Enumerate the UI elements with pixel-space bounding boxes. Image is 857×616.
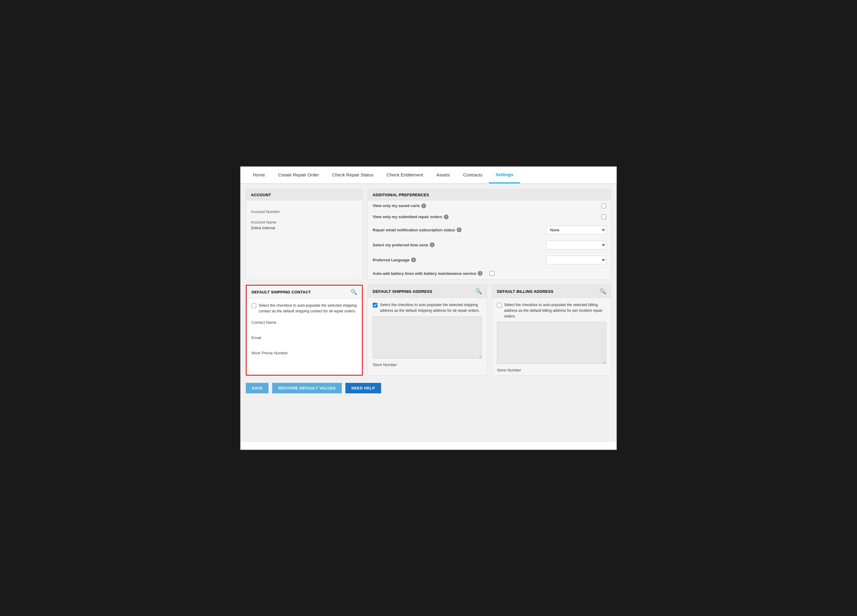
info-icon-saved-carts[interactable]: i [421, 203, 426, 208]
top-section: ACCOUNT Account Number Account Name Zebr… [246, 189, 611, 280]
pref-email-notification-label: Repair email notification subscription s… [373, 228, 543, 232]
info-icon-battery[interactable]: i [478, 271, 483, 276]
default-shipping-contact-panel: DEFAULT SHIPPING CONTACT 🔍 Select the ch… [246, 285, 363, 376]
contact-name-label: Contact Name [251, 320, 357, 325]
pref-battery-control [490, 271, 495, 276]
shipping-store-number-label: Store Number [368, 359, 487, 370]
shipping-contact-search-icon[interactable]: 🔍 [351, 289, 357, 295]
pref-language-label: Preferred Language i [373, 257, 543, 262]
main-content: ACCOUNT Account Number Account Name Zebr… [240, 184, 617, 442]
default-shipping-address-panel: DEFAULT SHIPPING ADDRESS 🔍 Select the ch… [368, 285, 487, 376]
shipping-address-header: DEFAULT SHIPPING ADDRESS 🔍 [368, 285, 487, 298]
info-icon-language[interactable]: i [411, 257, 416, 262]
default-billing-address-panel: DEFAULT BILLING ADDRESS 🔍 Select the che… [492, 285, 611, 376]
language-select[interactable] [546, 255, 606, 264]
shipping-address-checkbox[interactable] [373, 303, 377, 308]
nav-bar: Home Create Repair Order Check Repair St… [240, 167, 617, 184]
billing-address-textarea[interactable] [497, 322, 606, 364]
submitted-orders-checkbox[interactable] [601, 215, 606, 219]
pref-saved-carts-control [601, 203, 606, 208]
additional-prefs-header: ADDITIONAL PREFERENCES [368, 190, 611, 200]
bottom-section: DEFAULT SHIPPING CONTACT 🔍 Select the ch… [246, 285, 611, 376]
pref-row-email-notification: Repair email notification subscription s… [368, 223, 611, 238]
nav-item-check-entitlement[interactable]: Check Entitlement [380, 167, 430, 183]
account-panel: ACCOUNT Account Number Account Name Zebr… [246, 189, 363, 280]
info-icon-timezone[interactable]: i [430, 243, 435, 247]
pref-battery-label: Auto-add battery lines with battery main… [373, 271, 487, 277]
billing-store-number-label: Store Number [492, 365, 611, 375]
shipping-contact-header: DEFAULT SHIPPING CONTACT 🔍 [247, 286, 362, 299]
shipping-address-checkbox-row: Select the checkbox to auto-populate the… [368, 298, 487, 317]
billing-address-checkbox-label: Select the checkbox to auto-populate the… [504, 302, 606, 319]
pref-timezone-control [546, 241, 606, 249]
pref-row-submitted-orders: View only my submitted repair orders i [368, 212, 611, 223]
pref-row-saved-carts: View only my saved carts i [368, 200, 611, 212]
nav-item-create-repair-order[interactable]: Create Repair Order [272, 167, 326, 183]
shipping-contact-checkbox-label: Select the checkbox to auto-populate the… [259, 303, 357, 314]
email-notification-select[interactable]: None All Custom [546, 226, 606, 234]
shipping-address-search-icon[interactable]: 🔍 [475, 288, 482, 295]
help-button[interactable]: NEED HELP [345, 383, 381, 393]
pref-row-timezone: Select my preferred time zone i [368, 238, 611, 253]
phone-field: Work Phone Number [247, 348, 362, 363]
account-panel-header: ACCOUNT [246, 190, 362, 200]
email-label: Email [251, 336, 357, 340]
nav-item-contracts[interactable]: Contracts [456, 167, 489, 183]
pref-language-control [546, 255, 606, 264]
pref-email-notification-control: None All Custom [546, 226, 606, 234]
billing-address-checkbox-row: Select the checkbox to auto-populate the… [492, 298, 611, 322]
button-row: SAVE RESTORE DEFAULT VALUES NEED HELP [246, 382, 611, 396]
pref-submitted-orders-control [601, 215, 606, 219]
account-number-label: Account Number [251, 209, 358, 214]
info-icon-email-notification[interactable]: i [457, 228, 461, 232]
shipping-address-textarea[interactable] [373, 317, 482, 359]
pref-row-battery: Auto-add battery lines with battery main… [368, 268, 611, 280]
shipping-address-checkbox-label: Select the checkbox to auto-populate the… [380, 302, 482, 314]
save-button[interactable]: SAVE [246, 383, 269, 393]
restore-button[interactable]: RESTORE DEFAULT VALUES [272, 383, 342, 393]
app-wrapper: Home Create Repair Order Check Repair St… [240, 166, 617, 451]
phone-label: Work Phone Number [251, 351, 357, 355]
billing-address-checkbox[interactable] [497, 303, 502, 308]
nav-item-home[interactable]: Home [246, 167, 272, 183]
account-name-label: Account Name [251, 220, 358, 224]
info-icon-submitted-orders[interactable]: i [444, 215, 449, 219]
nav-item-assets[interactable]: Assets [430, 167, 456, 183]
account-panel-body: Account Number Account Name Zebra Intern… [246, 200, 362, 236]
billing-address-search-icon[interactable]: 🔍 [600, 288, 606, 295]
saved-carts-checkbox[interactable] [601, 203, 606, 208]
nav-item-settings[interactable]: Settings [489, 167, 520, 183]
battery-checkbox[interactable] [490, 271, 495, 276]
pref-timezone-label: Select my preferred time zone i [373, 243, 543, 247]
pref-saved-carts-label: View only my saved carts i [373, 203, 598, 208]
shipping-contact-checkbox-row: Select the checkbox to auto-populate the… [247, 299, 362, 317]
timezone-select[interactable] [546, 241, 606, 249]
email-field: Email [247, 333, 362, 348]
nav-item-check-repair-status[interactable]: Check Repair Status [326, 167, 380, 183]
additional-prefs-panel: ADDITIONAL PREFERENCES View only my save… [368, 189, 611, 280]
billing-address-header: DEFAULT BILLING ADDRESS 🔍 [492, 285, 611, 298]
pref-submitted-orders-label: View only my submitted repair orders i [373, 215, 598, 219]
account-name-value: Zebra Internal [251, 226, 358, 230]
pref-row-language: Preferred Language i [368, 253, 611, 268]
contact-name-field: Contact Name [247, 317, 362, 333]
shipping-contact-checkbox[interactable] [251, 303, 256, 308]
